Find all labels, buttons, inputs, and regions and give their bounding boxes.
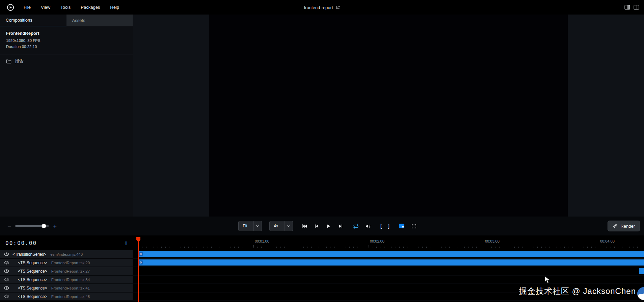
sequence-frame-label: 0 [139, 252, 143, 256]
in-out-group: [ ] [379, 223, 390, 229]
folder-icon [6, 59, 11, 64]
ruler-major-tick [484, 245, 484, 248]
preview-area [133, 15, 644, 217]
ruler-major-tick [599, 245, 599, 248]
track-source: FrontendReport.tsx:41 [51, 286, 90, 290]
track-tag: <TransitionSeries> [12, 252, 46, 257]
track-source: esm/index.mjs:440 [50, 252, 83, 256]
ruler-time-label: 00:03.00 [485, 239, 500, 243]
track-tag: <TS.Sequence> [18, 277, 47, 282]
loop-toggle-icon[interactable] [352, 222, 360, 230]
track-tag: <TS.Sequence> [18, 269, 47, 274]
timeline-zoom-controls: − + [7, 223, 57, 229]
set-in-point-button[interactable]: [ [379, 223, 383, 229]
render-button[interactable]: Render [608, 221, 640, 231]
track-tag: <TS.Sequence> [18, 294, 47, 299]
track-header[interactable]: <TS.Sequence>FrontendReport.tsx:27 [0, 267, 133, 275]
timeline-zoom-slider[interactable] [15, 223, 49, 229]
track-header[interactable]: <TS.Sequence>FrontendReport.tsx:20 [0, 259, 133, 267]
menu-bar: FileViewToolsPackagesHelp frontend-repor… [0, 0, 644, 15]
fullscreen-button[interactable] [410, 222, 418, 230]
menu-help[interactable]: Help [106, 3, 123, 12]
mouse-cursor-icon [544, 276, 552, 285]
track-tag: <TS.Sequence> [18, 260, 47, 265]
composition-info: FrontendReport 1920x1080, 30 FPS Duratio… [0, 26, 133, 54]
visibility-eye-icon[interactable] [4, 252, 9, 256]
transport-buttons [300, 222, 345, 230]
tab-compositions[interactable]: Compositions [0, 15, 66, 26]
sidebar-tabs: Compositions Assets [0, 15, 133, 26]
visibility-eye-icon[interactable] [4, 260, 9, 265]
zoom-in-icon[interactable]: + [53, 223, 57, 229]
composition-resolution: 1920x1080, 30 FPS [6, 37, 127, 44]
timeline-track-row: <TS.Sequence>FrontendReport.tsx:200 [0, 259, 644, 267]
menu-tools[interactable]: Tools [56, 3, 75, 12]
visibility-eye-icon[interactable] [4, 269, 9, 273]
jump-to-start-button[interactable] [300, 222, 308, 230]
zoom-out-icon[interactable]: − [7, 223, 11, 229]
visibility-eye-icon[interactable] [4, 286, 9, 290]
track-lane[interactable] [133, 267, 644, 275]
composition-name: FrontendReport [6, 31, 127, 36]
track-lane[interactable]: 0 [133, 250, 644, 258]
track-source: FrontendReport.tsx:48 [51, 295, 90, 299]
video-canvas[interactable] [209, 15, 568, 217]
composition-title[interactable]: frontend-report [304, 5, 340, 10]
sequence-bar[interactable]: 0 [138, 251, 644, 257]
track-source: FrontendReport.tsx:27 [51, 269, 90, 273]
canvas-size-select[interactable]: Fit [238, 221, 262, 231]
track-header[interactable]: <TS.Sequence>FrontendReport.tsx:34 [0, 276, 133, 283]
slider-fill [15, 225, 44, 227]
composition-folder-item[interactable]: 报告 [0, 54, 133, 68]
track-lane[interactable]: 0 [133, 259, 644, 267]
tab-assets[interactable]: Assets [66, 15, 133, 26]
toggle-right-panel-icon[interactable] [634, 5, 639, 10]
next-frame-button[interactable] [337, 222, 345, 230]
ruler-major-tick [253, 245, 254, 248]
sequence-bar[interactable]: 0 [138, 259, 644, 266]
ruler-time-label: 00:02.00 [370, 239, 384, 243]
chevron-down-icon [254, 225, 262, 227]
play-button[interactable] [325, 222, 332, 230]
title-text: frontend-report [304, 5, 333, 10]
external-link-icon[interactable] [336, 5, 340, 9]
timeline-track-row: <TS.Sequence>FrontendReport.tsx:27 [0, 267, 644, 276]
visibility-eye-icon[interactable] [4, 294, 9, 299]
track-header[interactable]: <TS.Sequence>FrontendReport.tsx:41 [0, 284, 133, 292]
ruler-time-label: 00:04.00 [600, 239, 615, 243]
playback-toolbar: − + Fit 4x [0, 217, 644, 235]
size-select-value: Fit [243, 224, 253, 228]
toggle-left-panel-icon[interactable] [624, 5, 630, 10]
playhead-line [138, 240, 139, 302]
slider-thumb[interactable] [42, 224, 46, 228]
track-header[interactable]: <TransitionSeries>esm/index.mjs:440 [0, 250, 133, 258]
track-lane[interactable] [133, 276, 644, 283]
timeline-header: 00:00.00 0 00:01.0000:02.0000:03.0000:04… [0, 235, 644, 250]
remotion-logo-icon[interactable] [7, 4, 14, 11]
track-header[interactable]: <TS.Sequence>FrontendReport.tsx:48 [0, 293, 133, 300]
sequence-bar[interactable] [639, 268, 644, 274]
render-label: Render [620, 224, 635, 229]
chevron-down-icon [285, 225, 293, 227]
sidebar: Compositions Assets FrontendReport 1920x… [0, 15, 133, 217]
menu-view[interactable]: View [37, 3, 54, 12]
playback-rate-select[interactable]: 4x [269, 221, 293, 231]
rocket-icon [613, 224, 618, 229]
track-tag: <TS.Sequence> [18, 286, 47, 291]
playback-controls: Fit 4x [238, 221, 418, 231]
menu-packages[interactable]: Packages [77, 3, 104, 12]
menu-file[interactable]: File [20, 3, 35, 12]
track-source: FrontendReport.tsx:20 [51, 261, 90, 265]
set-out-point-button[interactable]: ] [387, 223, 391, 229]
view-toggles-group [398, 222, 418, 230]
timeline-ruler[interactable]: 00:01.0000:02.0000:03.0000:04.00 [133, 235, 644, 250]
current-timecode: 00:00.00 [5, 240, 37, 246]
visibility-eye-icon[interactable] [4, 277, 9, 282]
previous-frame-button[interactable] [313, 222, 320, 230]
rate-select-value: 4x [274, 224, 285, 228]
composition-duration: Duration 00:22.10 [6, 44, 127, 50]
ruler-major-tick [369, 245, 369, 248]
transparency-toggle-icon[interactable] [398, 222, 406, 230]
timeline-track-row: <TransitionSeries>esm/index.mjs:4400 [0, 250, 644, 259]
volume-icon[interactable] [364, 222, 372, 230]
